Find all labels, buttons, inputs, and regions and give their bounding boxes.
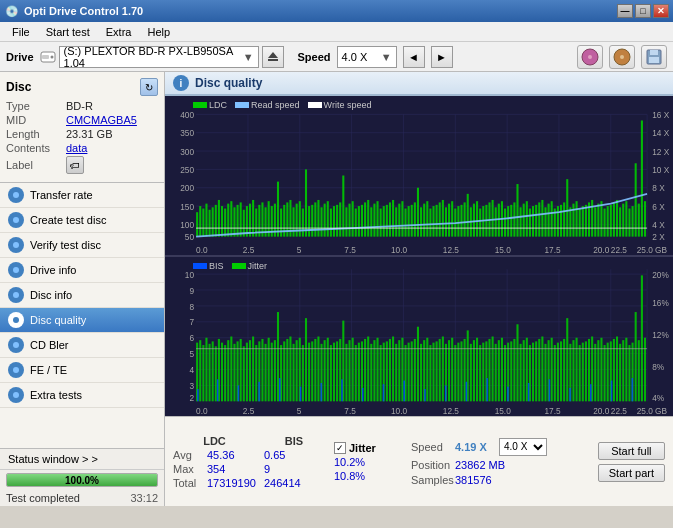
ldc-legend-item: LDC bbox=[193, 100, 227, 110]
jitter-checkbox[interactable]: ✓ bbox=[334, 442, 346, 454]
sidebar-item-verify-test-disc-label: Verify test disc bbox=[30, 239, 101, 251]
disc-refresh-button[interactable]: ↻ bbox=[140, 78, 158, 96]
action-buttons: Start full Start part bbox=[598, 442, 665, 482]
svg-rect-290 bbox=[311, 341, 313, 401]
status-window-button[interactable]: Status window > > bbox=[0, 449, 164, 470]
close-button[interactable]: ✕ bbox=[653, 4, 669, 18]
svg-rect-176 bbox=[541, 200, 543, 237]
stats-avg-label: Avg bbox=[173, 449, 203, 461]
sidebar-item-extra-tests[interactable]: Extra tests bbox=[0, 383, 164, 408]
svg-point-6 bbox=[588, 55, 592, 59]
svg-rect-418 bbox=[611, 381, 613, 402]
svg-text:0.0: 0.0 bbox=[196, 405, 208, 416]
disc-mid-value[interactable]: CMCMAGBA5 bbox=[66, 114, 158, 126]
ldc-legend-label: LDC bbox=[209, 100, 227, 110]
svg-rect-183 bbox=[563, 202, 565, 236]
disc-icon-button-2[interactable] bbox=[609, 45, 635, 69]
speed-next-button[interactable]: ► bbox=[431, 46, 453, 68]
svg-rect-205 bbox=[632, 206, 634, 237]
svg-text:0.0: 0.0 bbox=[196, 244, 208, 255]
menu-extra[interactable]: Extra bbox=[98, 24, 140, 40]
svg-rect-277 bbox=[271, 343, 273, 402]
svg-rect-321 bbox=[408, 343, 410, 402]
create-test-disc-icon bbox=[8, 212, 24, 228]
svg-rect-71 bbox=[215, 205, 217, 237]
svg-rect-4 bbox=[268, 59, 278, 61]
start-part-button[interactable]: Start part bbox=[598, 464, 665, 482]
svg-rect-101 bbox=[308, 206, 310, 237]
sidebar-item-transfer-rate[interactable]: Transfer rate bbox=[0, 183, 164, 208]
svg-rect-289 bbox=[308, 343, 310, 402]
svg-rect-117 bbox=[358, 206, 360, 237]
disc-icon-button-1[interactable] bbox=[577, 45, 603, 69]
chart-header: i Disc quality bbox=[165, 72, 673, 96]
maximize-button[interactable]: □ bbox=[635, 4, 651, 18]
svg-rect-407 bbox=[383, 384, 385, 401]
svg-text:9: 9 bbox=[189, 285, 194, 296]
speed-prev-button[interactable]: ◄ bbox=[403, 46, 425, 68]
svg-rect-118 bbox=[361, 205, 363, 237]
svg-rect-405 bbox=[341, 379, 343, 401]
disc-contents-value[interactable]: data bbox=[66, 142, 158, 154]
svg-rect-135 bbox=[414, 202, 416, 236]
svg-rect-141 bbox=[432, 206, 434, 237]
svg-rect-264 bbox=[230, 337, 232, 402]
menu-help[interactable]: Help bbox=[139, 24, 178, 40]
svg-rect-276 bbox=[268, 338, 270, 402]
svg-text:6 X: 6 X bbox=[652, 201, 664, 212]
start-full-button[interactable]: Start full bbox=[598, 442, 665, 460]
menu-start-test[interactable]: Start test bbox=[38, 24, 98, 40]
svg-rect-127 bbox=[389, 202, 391, 236]
drive-icon bbox=[40, 49, 56, 65]
svg-rect-344 bbox=[479, 345, 481, 401]
svg-rect-77 bbox=[233, 207, 235, 236]
sidebar-item-cd-bler[interactable]: CD Bler bbox=[0, 333, 164, 358]
eject-button[interactable] bbox=[262, 46, 284, 68]
svg-rect-375 bbox=[576, 338, 578, 402]
svg-text:4: 4 bbox=[189, 365, 194, 376]
save-button[interactable] bbox=[641, 45, 667, 69]
stats-speed-select[interactable]: 4.0 X 2.0 X 8.0 X bbox=[499, 438, 547, 456]
svg-text:16%: 16% bbox=[652, 297, 669, 308]
speed-select[interactable]: 4.0 X ▼ bbox=[337, 46, 397, 68]
svg-rect-102 bbox=[311, 205, 313, 237]
svg-rect-381 bbox=[594, 344, 596, 401]
drive-select[interactable]: (S:) PLEXTOR BD-R PX-LB950SA 1.04 ▼ bbox=[59, 46, 259, 68]
svg-rect-258 bbox=[212, 341, 214, 401]
disc-type-label: Type bbox=[6, 100, 66, 112]
svg-rect-75 bbox=[227, 204, 229, 237]
svg-rect-121 bbox=[370, 207, 372, 236]
svg-rect-131 bbox=[401, 201, 403, 236]
svg-point-14 bbox=[13, 242, 19, 248]
svg-rect-111 bbox=[339, 202, 341, 236]
svg-rect-82 bbox=[249, 204, 251, 237]
svg-rect-68 bbox=[205, 204, 207, 237]
stats-ldc-max: 354 bbox=[207, 463, 225, 475]
svg-rect-177 bbox=[544, 207, 546, 236]
app-title: Opti Drive Control 1.70 bbox=[24, 5, 617, 17]
disc-label-button[interactable]: 🏷 bbox=[66, 156, 84, 174]
svg-rect-397 bbox=[644, 338, 646, 402]
sidebar-item-drive-info[interactable]: Drive info bbox=[0, 258, 164, 283]
svg-rect-324 bbox=[417, 327, 419, 402]
svg-marker-3 bbox=[268, 52, 278, 58]
sidebar-item-disc-quality[interactable]: Disc quality bbox=[0, 308, 164, 333]
svg-text:20.0: 20.0 bbox=[593, 405, 609, 416]
svg-point-1 bbox=[50, 55, 53, 58]
menu-file[interactable]: File bbox=[4, 24, 38, 40]
sidebar-item-verify-test-disc[interactable]: Verify test disc bbox=[0, 233, 164, 258]
svg-rect-67 bbox=[202, 209, 204, 237]
sidebar-item-disc-info[interactable]: Disc info bbox=[0, 283, 164, 308]
stats-ldc-max-row: Max 354 bbox=[173, 463, 256, 475]
speed-row-label: Speed bbox=[411, 441, 451, 453]
read-speed-legend-item: Read speed bbox=[235, 100, 300, 110]
sidebar-item-create-test-disc[interactable]: Create test disc bbox=[0, 208, 164, 233]
sidebar-item-fe-te[interactable]: FE / TE bbox=[0, 358, 164, 383]
svg-rect-419 bbox=[632, 378, 634, 401]
minimize-button[interactable]: — bbox=[617, 4, 633, 18]
svg-text:3: 3 bbox=[189, 380, 194, 391]
svg-rect-389 bbox=[619, 344, 621, 401]
disc-info-icon bbox=[8, 287, 24, 303]
svg-rect-113 bbox=[345, 207, 347, 236]
svg-text:4%: 4% bbox=[652, 393, 664, 404]
